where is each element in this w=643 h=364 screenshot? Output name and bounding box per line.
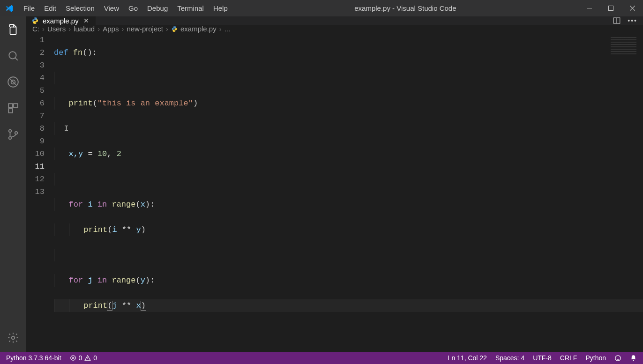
svg-point-7: [8, 130, 11, 132]
menu-file[interactable]: File: [19, 0, 39, 16]
breadcrumb-project[interactable]: new-project: [127, 25, 163, 33]
editor-area: example.py ✕ ••• C:› Users› luabud› Apps…: [26, 16, 643, 352]
svg-rect-1: [608, 6, 613, 11]
svg-point-8: [8, 137, 11, 139]
explorer-icon[interactable]: [6, 22, 21, 37]
minimize-button[interactable]: [578, 0, 600, 16]
menu-help[interactable]: Help: [209, 0, 232, 16]
maximize-button[interactable]: [600, 0, 621, 16]
svg-point-9: [15, 132, 17, 134]
python-file-icon: [171, 26, 178, 32]
menu-selection[interactable]: Selection: [61, 0, 99, 16]
tab-example-py[interactable]: example.py ✕: [26, 16, 96, 25]
source-control-icon[interactable]: [6, 127, 21, 142]
menu-bar: File Edit Selection View Go Debug Termin…: [19, 0, 232, 16]
debug-icon[interactable]: [6, 74, 21, 89]
split-editor-icon[interactable]: [613, 16, 621, 25]
vscode-logo-icon: [0, 4, 19, 13]
breadcrumb-apps[interactable]: Apps: [103, 25, 119, 33]
minimap[interactable]: [611, 36, 636, 54]
svg-point-10: [11, 336, 15, 340]
svg-rect-5: [14, 104, 18, 108]
menu-go[interactable]: Go: [124, 0, 142, 16]
line-gutter: 1234 5678 910111213: [26, 33, 54, 364]
svg-rect-4: [8, 104, 13, 108]
settings-gear-icon[interactable]: [6, 330, 21, 345]
breadcrumbs: C:› Users› luabud› Apps› new-project› ex…: [26, 25, 643, 33]
close-button[interactable]: [621, 0, 643, 16]
svg-rect-6: [8, 109, 13, 113]
code-editor[interactable]: 1234 5678 910111213 def fn(): print("thi…: [26, 33, 643, 364]
breadcrumb-more[interactable]: ...: [224, 25, 231, 33]
more-actions-icon[interactable]: •••: [628, 17, 637, 24]
menu-terminal[interactable]: Terminal: [172, 0, 209, 16]
menu-edit[interactable]: Edit: [39, 0, 61, 16]
svg-point-2: [9, 52, 16, 59]
breadcrumb-luabud[interactable]: luabud: [74, 25, 95, 33]
window-title: example.py - Visual Studio Code: [232, 4, 578, 12]
activity-bar: [0, 16, 26, 352]
python-file-icon: [31, 17, 39, 24]
breadcrumb-file[interactable]: example.py: [180, 25, 217, 33]
tab-label: example.py: [43, 17, 79, 25]
title-bar: File Edit Selection View Go Debug Termin…: [0, 0, 643, 16]
menu-view[interactable]: View: [99, 0, 124, 16]
window-controls: [578, 0, 643, 16]
menu-debug[interactable]: Debug: [142, 0, 172, 16]
breadcrumb-users[interactable]: Users: [47, 25, 66, 33]
search-icon[interactable]: [6, 48, 21, 63]
code-content[interactable]: def fn(): print("this is an example") I …: [54, 33, 643, 364]
svg-rect-0: [587, 8, 592, 8]
tabs-row: example.py ✕ •••: [26, 16, 643, 25]
extensions-icon[interactable]: [6, 101, 21, 116]
breadcrumb-c[interactable]: C:: [32, 25, 39, 33]
editor-actions: •••: [607, 16, 643, 25]
tab-close-icon[interactable]: ✕: [82, 17, 90, 24]
